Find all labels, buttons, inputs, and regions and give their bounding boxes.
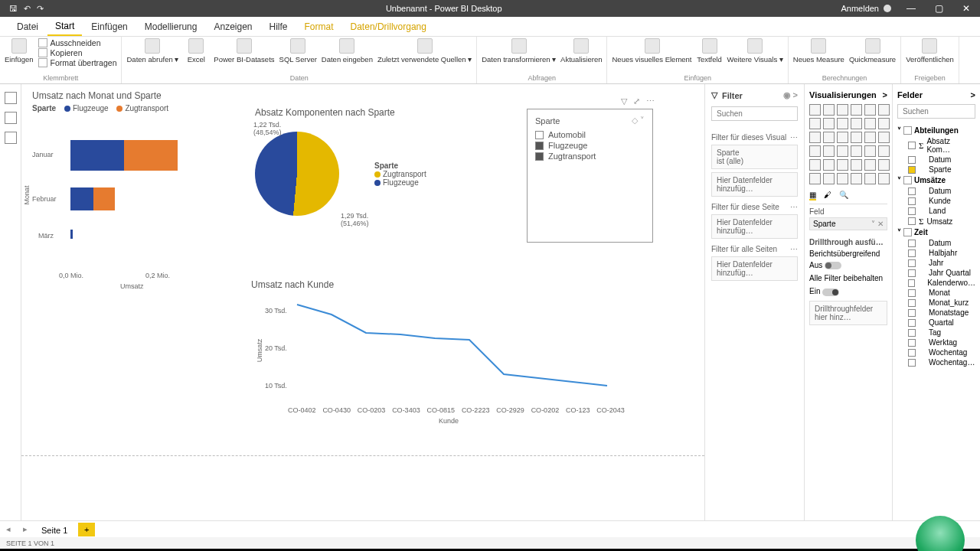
- tab-file[interactable]: Datei: [9, 18, 46, 35]
- more-visuals-button[interactable]: Weitere Visuals ▾: [727, 38, 783, 64]
- field-item[interactable]: ΣUmsatz: [897, 216, 975, 227]
- slicer-option[interactable]: Automobil: [535, 130, 645, 139]
- viz-type-icon[interactable]: [864, 118, 876, 129]
- viz-type-icon[interactable]: [851, 159, 862, 171]
- viz-type-icon[interactable]: [864, 145, 876, 157]
- viz-type-icon[interactable]: [851, 104, 862, 116]
- viz-type-icon[interactable]: [878, 145, 890, 157]
- field-well[interactable]: Sparte˅ ✕: [809, 217, 887, 230]
- tab-insert[interactable]: Einfügen: [83, 18, 135, 35]
- tab-home[interactable]: Start: [47, 18, 82, 36]
- viz-type-icon[interactable]: [823, 132, 835, 143]
- model-view-icon[interactable]: [5, 132, 17, 144]
- pbi-datasets-button[interactable]: Power BI-Datasets: [214, 38, 274, 64]
- field-item[interactable]: Wochentag: [897, 347, 975, 357]
- cross-report-toggle[interactable]: Aus: [809, 261, 887, 269]
- viz-type-icon[interactable]: [809, 159, 821, 171]
- recent-sources-button[interactable]: Zuletzt verwendete Quellen ▾: [377, 38, 472, 64]
- viz-type-icon[interactable]: [809, 118, 821, 129]
- page-next[interactable]: ▸: [17, 524, 34, 534]
- field-item[interactable]: Monat_kurz: [897, 298, 975, 308]
- field-item[interactable]: Halbjahr: [897, 248, 975, 258]
- field-item[interactable]: Wochentag…: [897, 357, 975, 367]
- filter-dropzone[interactable]: Hier Datenfelder hinzufüg…: [711, 256, 798, 281]
- cut-button[interactable]: Ausschneiden: [38, 38, 117, 47]
- page-prev[interactable]: ◂: [0, 524, 17, 534]
- viz-type-icon[interactable]: [837, 132, 848, 143]
- field-item[interactable]: Monat: [897, 288, 975, 298]
- slicer-option[interactable]: Flugzeuge: [535, 141, 645, 150]
- table-header[interactable]: ˅Zeit: [897, 227, 975, 238]
- data-view-icon[interactable]: [5, 112, 17, 124]
- keep-filters-toggle[interactable]: Ein: [809, 287, 887, 295]
- slicer-visual[interactable]: ▽ ⤢ ⋯ Sparte ◇ ˅ Automobil Flugzeuge Zug…: [527, 109, 653, 243]
- copy-button[interactable]: Kopieren: [38, 48, 117, 57]
- close-button[interactable]: ✕: [952, 0, 980, 17]
- viz-type-icon[interactable]: [851, 132, 862, 143]
- viz-type-icon[interactable]: [878, 173, 890, 184]
- drillthrough-dropzone[interactable]: Drillthroughfelder hier hinz…: [809, 301, 887, 325]
- viz-type-icon[interactable]: [809, 132, 821, 143]
- excel-button[interactable]: Excel: [183, 38, 209, 64]
- field-item[interactable]: Sparte: [897, 165, 975, 174]
- table-header[interactable]: ˅Umsätze: [897, 174, 975, 186]
- get-data-button[interactable]: Daten abrufen ▾: [126, 38, 178, 64]
- field-item[interactable]: Datum: [897, 155, 975, 165]
- filter-card[interactable]: Sparte ist (alle): [711, 145, 798, 169]
- more-icon[interactable]: ⋯: [646, 96, 655, 106]
- field-item[interactable]: Tag: [897, 328, 975, 337]
- enter-data-button[interactable]: Daten eingeben: [322, 38, 373, 64]
- viz-type-icon[interactable]: [823, 118, 835, 129]
- new-visual-button[interactable]: Neues visuelles Element: [612, 38, 691, 64]
- slicer-option[interactable]: Zugtransport: [535, 152, 645, 161]
- new-measure-button[interactable]: Neues Measure: [793, 38, 844, 64]
- table-header[interactable]: ˅Abteilungen: [897, 125, 975, 136]
- undo-icon[interactable]: ↶: [24, 4, 31, 14]
- viz-type-icon[interactable]: [878, 104, 890, 116]
- viz-type-icon[interactable]: [851, 173, 862, 184]
- viz-type-icon[interactable]: [878, 118, 890, 129]
- report-canvas[interactable]: Umsatz nach Monat und Sparte Sparte Flug…: [21, 84, 704, 520]
- viz-type-icon[interactable]: [864, 159, 876, 171]
- quick-measure-button[interactable]: Quickmeasure: [849, 38, 896, 64]
- field-item[interactable]: ΣAbsatz Kom…: [897, 136, 975, 155]
- viz-type-icon[interactable]: [823, 145, 835, 157]
- viz-type-icon[interactable]: [823, 159, 835, 171]
- refresh-button[interactable]: Aktualisieren: [560, 38, 602, 64]
- viz-type-icon[interactable]: [837, 145, 848, 157]
- analytics-tab-icon[interactable]: 🔍: [839, 191, 848, 201]
- collapse-icon[interactable]: >: [971, 90, 975, 99]
- field-item[interactable]: Kalenderwo…: [897, 278, 975, 288]
- viz-type-icon[interactable]: [837, 159, 848, 171]
- text-box-button[interactable]: Textfeld: [697, 38, 723, 64]
- collapse-icon[interactable]: >: [883, 90, 887, 99]
- field-item[interactable]: Jahr Quartal: [897, 268, 975, 278]
- fields-search-input[interactable]: [897, 104, 975, 119]
- minimize-button[interactable]: —: [897, 0, 925, 17]
- line-chart-visual[interactable]: Umsatz nach Kunde 30 Tsd. 20 Tsd. 10 Tsd…: [251, 279, 626, 436]
- viz-type-icon[interactable]: [878, 132, 890, 143]
- format-painter-button[interactable]: Format übertragen: [38, 58, 117, 67]
- paste-button[interactable]: Einfügen: [5, 38, 34, 64]
- filter-icon[interactable]: ▽: [621, 96, 627, 106]
- filter-dropzone[interactable]: Hier Datenfelder hinzufüg…: [711, 172, 798, 197]
- field-item[interactable]: Monatstage: [897, 308, 975, 318]
- format-tab-icon[interactable]: 🖌: [824, 191, 831, 201]
- viz-type-icon[interactable]: [864, 132, 876, 143]
- viz-type-icon[interactable]: [864, 173, 876, 184]
- viz-type-icon[interactable]: [823, 173, 835, 184]
- tab-help[interactable]: Hilfe: [262, 18, 296, 35]
- fields-tab-icon[interactable]: ▦: [809, 191, 816, 201]
- transform-data-button[interactable]: Daten transformieren ▾: [482, 38, 556, 64]
- filter-dropzone[interactable]: Hier Datenfelder hinzufüg…: [711, 214, 798, 239]
- save-icon[interactable]: 🖫: [9, 4, 18, 14]
- field-item[interactable]: Datum: [897, 238, 975, 248]
- viz-type-icon[interactable]: [837, 173, 848, 184]
- viz-type-icon[interactable]: [809, 173, 821, 184]
- tab-format[interactable]: Format: [297, 18, 341, 35]
- viz-type-icon[interactable]: [851, 118, 862, 129]
- tab-modeling[interactable]: Modellierung: [137, 18, 205, 35]
- field-item[interactable]: Land: [897, 206, 975, 216]
- field-item[interactable]: Datum: [897, 186, 975, 196]
- field-item[interactable]: Jahr: [897, 258, 975, 268]
